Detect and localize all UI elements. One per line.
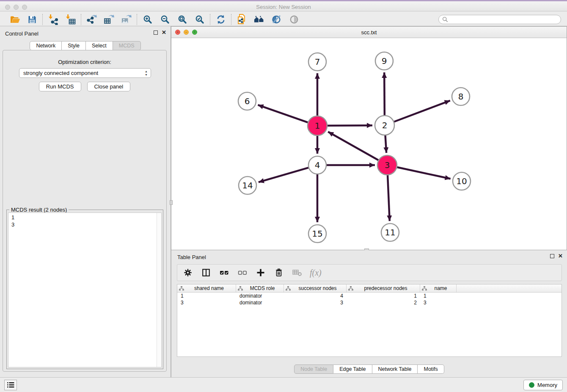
- close-table-panel-icon[interactable]: ✕: [558, 254, 563, 258]
- tab-network-table[interactable]: Network Table: [372, 364, 418, 374]
- open-file-icon[interactable]: [9, 14, 20, 25]
- tab-style[interactable]: Style: [62, 41, 86, 50]
- svg-text:10: 10: [456, 176, 467, 186]
- table-row[interactable]: 3dominator323: [177, 299, 561, 306]
- graph-node-15[interactable]: 15: [308, 225, 326, 243]
- graph-node-7[interactable]: 7: [308, 53, 326, 71]
- column-header-name[interactable]: name: [420, 284, 457, 292]
- graph-edge-4-14[interactable]: [259, 168, 308, 182]
- graph-node-3[interactable]: 3: [377, 155, 397, 175]
- column-header-successor-nodes[interactable]: successor nodes: [284, 284, 347, 292]
- svg-text:15: 15: [312, 229, 322, 239]
- table-cell: 1: [347, 293, 420, 299]
- svg-text:4: 4: [315, 160, 320, 170]
- network-window-title: scc.txt: [171, 29, 567, 36]
- deselect-all-icon[interactable]: [237, 267, 248, 278]
- export-table-icon[interactable]: [103, 14, 115, 25]
- graph-edge-1-2[interactable]: [328, 125, 372, 126]
- result-scrollbar[interactable]: [157, 213, 161, 367]
- mcds-result-textarea[interactable]: 1 3: [8, 213, 162, 367]
- tab-select[interactable]: Select: [86, 41, 113, 50]
- graph-node-10[interactable]: 10: [453, 172, 471, 190]
- graph-edge-2-3[interactable]: [385, 135, 387, 153]
- svg-text:14: 14: [242, 180, 253, 190]
- graph-node-2[interactable]: 2: [375, 116, 394, 135]
- import-table-icon[interactable]: [65, 14, 76, 25]
- graph-node-4[interactable]: 4: [308, 156, 326, 174]
- table-cell: 1: [420, 293, 457, 299]
- chevron-updown-icon: ▲▼: [145, 70, 148, 77]
- table-header-row: shared nameMCDS rolesuccessor nodesprede…: [177, 284, 561, 293]
- network-window-titlebar[interactable]: × − + scc.txt: [171, 27, 567, 38]
- graph-edge-3-10[interactable]: [397, 167, 450, 179]
- table-row[interactable]: 1dominator411: [177, 293, 561, 299]
- main-toolbar: [0, 13, 567, 26]
- svg-text:9: 9: [382, 56, 387, 66]
- first-neighbors-icon[interactable]: [253, 14, 265, 25]
- export-network-icon[interactable]: [86, 14, 97, 25]
- save-session-icon[interactable]: [26, 14, 38, 25]
- tab-edge-table[interactable]: Edge Table: [333, 364, 372, 374]
- search-box[interactable]: [438, 15, 561, 24]
- graph-edge-2-8[interactable]: [394, 101, 450, 122]
- title-bar: Session: New Session: [0, 0, 567, 11]
- select-all-icon[interactable]: [219, 267, 230, 278]
- task-history-button[interactable]: [4, 380, 17, 390]
- tab-node-table[interactable]: Node Table: [294, 364, 333, 374]
- zoom-selected-icon[interactable]: [194, 14, 205, 25]
- vertical-splitter-handle[interactable]: [170, 200, 173, 205]
- columns-icon[interactable]: [201, 267, 212, 278]
- tab-motifs[interactable]: Motifs: [418, 364, 444, 374]
- graph-node-9[interactable]: 9: [375, 52, 393, 70]
- graph-node-6[interactable]: 6: [238, 92, 256, 110]
- svg-text:2: 2: [382, 120, 388, 130]
- graph-node-1[interactable]: 1: [308, 116, 327, 135]
- mcds-result-title: MCDS result (2 nodes): [9, 207, 69, 213]
- duplicate-network-icon[interactable]: [236, 14, 248, 25]
- zoom-fit-icon[interactable]: [176, 14, 188, 25]
- graph-node-11[interactable]: 11: [381, 224, 399, 241]
- tab-network[interactable]: Network: [30, 41, 62, 50]
- trash-icon[interactable]: [273, 267, 284, 278]
- hide-selected-icon[interactable]: [271, 14, 282, 25]
- import-network-icon[interactable]: [47, 14, 59, 25]
- table-cell: 1: [177, 293, 236, 299]
- float-panel-icon[interactable]: [154, 30, 158, 35]
- export-image-icon[interactable]: [121, 14, 132, 25]
- graph-node-14[interactable]: 14: [239, 177, 256, 194]
- table-panel-title: Table Panel: [177, 254, 206, 260]
- svg-text:3: 3: [385, 160, 390, 170]
- network-canvas[interactable]: 7968124314101511: [171, 38, 567, 250]
- apply-layout-icon[interactable]: [215, 14, 226, 25]
- table-tabs: Node TableEdge TableNetwork TableMotifs: [171, 364, 567, 374]
- close-panel-icon[interactable]: ✕: [162, 30, 166, 35]
- search-input[interactable]: [450, 17, 557, 22]
- graph-edge-3-1[interactable]: [328, 132, 378, 160]
- float-table-panel-icon[interactable]: [550, 254, 554, 258]
- tab-mcds[interactable]: MCDS: [113, 41, 141, 50]
- gear-icon[interactable]: [182, 267, 193, 278]
- graph-edge-1-6[interactable]: [258, 105, 308, 122]
- function-icon: f(x): [310, 267, 322, 278]
- close-panel-button[interactable]: Close panel: [87, 82, 131, 91]
- graph-edge-2-9[interactable]: [384, 72, 385, 115]
- show-graphics-details-icon[interactable]: [288, 14, 300, 25]
- zoom-in-icon[interactable]: [142, 14, 153, 25]
- table-cell: 3: [284, 299, 347, 306]
- svg-text:8: 8: [458, 91, 464, 102]
- memory-button[interactable]: Memory: [523, 380, 563, 390]
- list-icon: [7, 382, 14, 388]
- column-header-MCDS-role[interactable]: MCDS role: [236, 284, 284, 292]
- add-icon[interactable]: [255, 267, 266, 278]
- graph-node-8[interactable]: 8: [452, 88, 470, 105]
- graph-edge-3-11[interactable]: [388, 175, 390, 221]
- node-table: shared nameMCDS rolesuccessor nodesprede…: [177, 284, 562, 357]
- network-view-window: × − + scc.txt 7968124314101511: [171, 26, 567, 250]
- optimization-select[interactable]: strongly connected component ▲▼: [19, 68, 151, 78]
- table-cell: 3: [420, 299, 457, 306]
- column-header-predecessor-nodes[interactable]: predecessor nodes: [347, 284, 420, 292]
- run-mcds-button[interactable]: Run MCDS: [39, 82, 81, 91]
- column-header-shared-name[interactable]: shared name: [177, 284, 236, 292]
- memory-label: Memory: [537, 382, 557, 388]
- zoom-out-icon[interactable]: [159, 14, 171, 25]
